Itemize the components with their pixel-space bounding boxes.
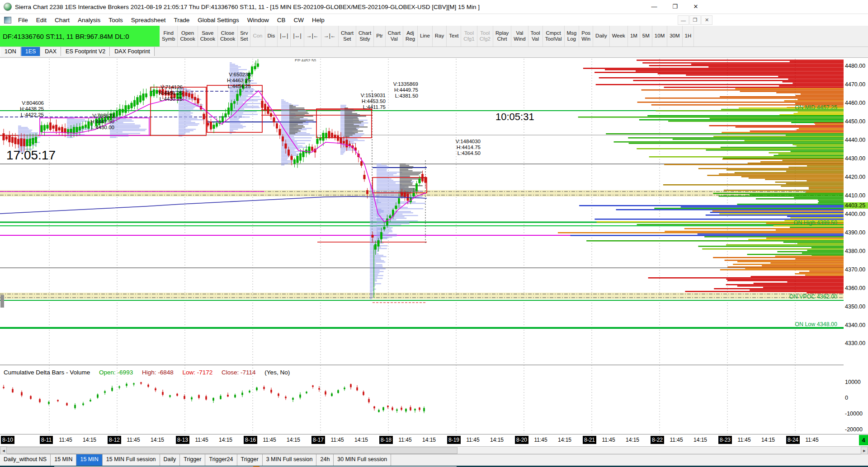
chart-scrollbar[interactable]: ◄ ►: [0, 446, 868, 454]
menu-cw[interactable]: CW: [290, 15, 308, 25]
chart-tab-dax[interactable]: DAX: [40, 47, 61, 56]
session-tab-trigger-7[interactable]: Trigger: [237, 454, 263, 466]
toolbar-button-10m[interactable]: 10M: [652, 26, 667, 47]
time-axis-time: 14:15: [558, 437, 571, 443]
new-bars-badge: 4: [859, 435, 868, 445]
toolbar-button-ptr[interactable]: Ptr: [374, 26, 386, 47]
price-axis-label: 4330.00: [845, 340, 865, 346]
toolbar-button-save-cbook[interactable]: SaveCbook: [198, 26, 218, 47]
session-tab-30-min-full-session-10[interactable]: 30 MIN Full session: [334, 454, 391, 466]
bar-vhl-label: V:768623H:4442.50L:4430.00: [74, 113, 114, 131]
toolbar-button-5m[interactable]: 5M: [640, 26, 652, 47]
session-tab-3-min-full-session-8[interactable]: 3 MIN Full session: [263, 454, 317, 466]
menu-tools[interactable]: Tools: [104, 15, 127, 25]
time-axis-time: 14:15: [422, 437, 436, 443]
session-tab-trigger-5[interactable]: Trigger: [180, 454, 205, 466]
price-axis-label: 0: [845, 395, 848, 401]
menu-file[interactable]: File: [14, 15, 32, 25]
session-tab-15-min-2[interactable]: 15 MIN: [76, 454, 102, 466]
toolbar-button--[interactable]: →|←: [304, 26, 321, 47]
time-axis-date: 8-23: [718, 436, 732, 444]
toolbar-button-chart-stdy[interactable]: ChartStdy: [356, 26, 374, 47]
minimize-button[interactable]: —: [644, 0, 665, 13]
toolbar-button-text[interactable]: Text: [447, 26, 461, 47]
time-axis-time: 14:15: [626, 437, 639, 443]
toolbar-button--[interactable]: |↔|: [278, 26, 291, 47]
toolbar-button--[interactable]: |↔|: [291, 26, 304, 47]
menu-global-settings[interactable]: Global Settings: [193, 15, 243, 25]
toolbar-button-pos-win[interactable]: PosWin: [579, 26, 593, 47]
close-button[interactable]: ✕: [685, 0, 706, 13]
toolbar-button-rplay-chrt[interactable]: RplayChrt: [493, 26, 511, 47]
overnight-label: ON MID 4457.25: [756, 104, 837, 111]
session-tab-trigger24-6[interactable]: Trigger24: [205, 454, 237, 466]
scroll-right-arrow-icon[interactable]: ►: [861, 447, 868, 454]
toolbar-button-con[interactable]: Con: [250, 26, 265, 47]
time-axis-time: 14:15: [287, 437, 300, 443]
toolbar-button-line[interactable]: Line: [418, 26, 433, 47]
toolbar-button-close-cbook[interactable]: CloseCbook: [218, 26, 238, 47]
menu-chart[interactable]: Chart: [51, 15, 74, 25]
price-axis[interactable]: 4480.004470.004460.004450.004440.004430.…: [844, 58, 868, 434]
toolbar-button-open-cbook[interactable]: OpenCbook: [178, 26, 198, 47]
toolbar-button-tool-val[interactable]: ToolVal: [528, 26, 543, 47]
toolbar-button-chart-val[interactable]: ChartVal: [386, 26, 403, 47]
session-tab-daily-without-ns-0[interactable]: Daily_without NS: [0, 454, 51, 466]
menu-spreadsheet[interactable]: Spreadsheet: [127, 15, 170, 25]
price-axis-label: 4370.00: [845, 266, 865, 273]
toolbar-button-chart-set[interactable]: ChartSet: [339, 26, 356, 47]
bar-vhl-label: V:1335869H:4449.75L:4381.50: [377, 81, 418, 99]
time-axis-date: 8-20: [515, 436, 528, 444]
toolbar-button-week[interactable]: Week: [610, 26, 628, 47]
time-axis-time: 14:15: [490, 437, 504, 443]
menu-window[interactable]: Window: [243, 15, 273, 25]
time-axis-date: 8-11: [40, 436, 53, 444]
chart-tab-1es[interactable]: 1ES: [21, 47, 41, 56]
toolbar-button-find-symb[interactable]: FindSymb: [160, 26, 178, 47]
menu-cb[interactable]: CB: [273, 15, 290, 25]
toolbar-button--[interactable]: →|←: [321, 26, 339, 47]
scrollbar-thumb[interactable]: [6, 447, 458, 454]
toolbar-button-adj-reg[interactable]: AdjReg: [403, 26, 418, 47]
chart-area[interactable]: 4480.004470.004460.004450.004440.004430.…: [0, 58, 868, 434]
session-tab-15-min-1[interactable]: 15 MIN: [51, 454, 76, 466]
price-axis-label: 4340.00: [845, 322, 865, 328]
toolbar-button-daily[interactable]: Daily: [593, 26, 610, 47]
child-minimize-icon[interactable]: —: [678, 15, 689, 25]
menu-edit[interactable]: Edit: [32, 15, 51, 25]
toolbar-button-val-wind[interactable]: ValWind: [511, 26, 528, 47]
session-tab-15-min-full-session-3[interactable]: 15 MIN Full session: [103, 454, 160, 466]
menu-trade[interactable]: Trade: [170, 15, 193, 25]
toolbar-button-srv-set[interactable]: SrvSet: [238, 26, 250, 47]
chart-tab-1on[interactable]: 1ON: [0, 47, 21, 56]
time-axis-date: 8-12: [108, 436, 121, 444]
time-axis-time: 14:15: [761, 437, 775, 443]
price-chart-canvas[interactable]: [0, 58, 844, 434]
session-tab-24h-9[interactable]: 24h: [316, 454, 334, 466]
data-feed-status: DF:41336760 ST:11, 11 BR:967.84M DL:0: [0, 26, 160, 47]
time-axis-time: 14:15: [83, 437, 96, 443]
overnight-label: ON VPOC 4362.00: [756, 294, 837, 300]
time-axis-date: 8-17: [311, 436, 325, 444]
chart-tab-es-footprint-v2[interactable]: ES Footprint V2: [61, 47, 110, 56]
toolbar-button-ray[interactable]: Ray: [433, 26, 447, 47]
time-axis[interactable]: 8-108-118-128-138-168-178-188-198-208-21…: [0, 434, 868, 446]
time-axis-date: 8-16: [244, 436, 257, 444]
maximize-button[interactable]: ❐: [665, 0, 685, 13]
toolbar-button-1h[interactable]: 1H: [683, 26, 694, 47]
chart-tab-dax-footprint[interactable]: DAX Footprint: [110, 47, 155, 56]
child-close-icon[interactable]: ✕: [701, 15, 712, 25]
toolbar-button-1m[interactable]: 1M: [628, 26, 640, 47]
menu-analysis[interactable]: Analysis: [74, 15, 104, 25]
toolbar-button-cmpct-toolval[interactable]: CmpctToolVal: [543, 26, 565, 47]
menu-help[interactable]: Help: [308, 15, 329, 25]
toolbar-button-30m[interactable]: 30M: [667, 26, 682, 47]
time-axis-time: 11:45: [59, 437, 72, 443]
toolbar-button-msg-log[interactable]: MsgLog: [565, 26, 580, 47]
toolbar-button-dis[interactable]: Dis: [265, 26, 278, 47]
session-tab-daily-4[interactable]: Daily: [160, 454, 180, 466]
child-restore-icon[interactable]: ❐: [689, 15, 701, 25]
toolbar-button-tool-cfg2[interactable]: ToolCfg2: [477, 26, 493, 47]
toolbar-button-tool-cfg1[interactable]: ToolCfg1: [461, 26, 477, 47]
titlebar: Sierra Chart 2238 1ES Interactive Broker…: [0, 0, 868, 14]
